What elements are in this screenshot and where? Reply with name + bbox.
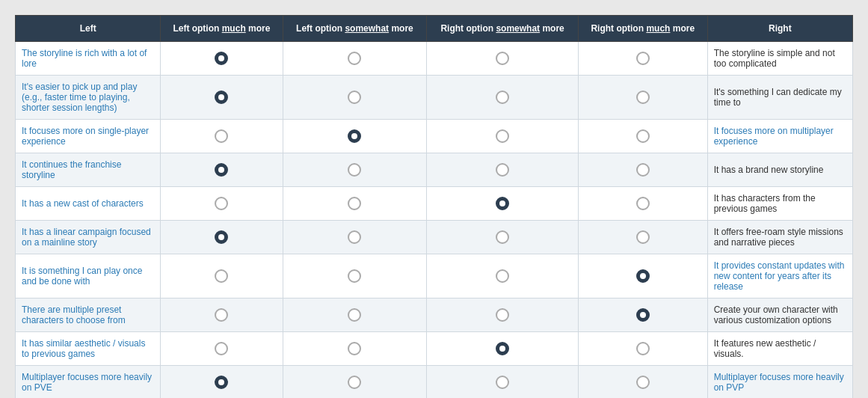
radio-cell-right-much[interactable]: [578, 153, 707, 187]
radio-left-much[interactable]: [215, 308, 228, 322]
radio-right-somewhat[interactable]: [496, 197, 509, 210]
table-row: It has a new cast of charactersIt has ch…: [16, 187, 853, 221]
radio-left-much[interactable]: [215, 376, 228, 389]
radio-cell-left-much[interactable]: [161, 221, 283, 254]
right-label: It features new aesthetic / visuals.: [707, 332, 852, 366]
radio-cell-left-much[interactable]: [161, 187, 283, 221]
radio-left-somewhat[interactable]: [348, 129, 361, 143]
radio-cell-right-somewhat[interactable]: [427, 298, 578, 332]
radio-cell-right-much[interactable]: [578, 366, 707, 399]
radio-cell-right-somewhat[interactable]: [427, 153, 578, 187]
table-row: It's easier to pick up and play (e.g., f…: [16, 76, 853, 120]
main-container: Left Left option much more Left option s…: [15, 15, 853, 398]
radio-cell-left-much[interactable]: [161, 254, 283, 298]
left-label: Multiplayer focuses more heavily on PVE: [16, 366, 161, 399]
radio-left-somewhat[interactable]: [348, 342, 361, 355]
radio-cell-left-somewhat[interactable]: [283, 187, 427, 221]
left-label: There are multiple preset characters to …: [16, 298, 161, 332]
radio-cell-left-much[interactable]: [161, 153, 283, 187]
radio-left-somewhat[interactable]: [348, 230, 361, 244]
right-label: It's something I can dedicate my time to: [707, 76, 852, 120]
radio-cell-left-somewhat[interactable]: [283, 221, 427, 254]
radio-right-somewhat[interactable]: [496, 308, 509, 322]
table-row: It has similar aesthetic / visuals to pr…: [16, 332, 853, 366]
radio-right-much[interactable]: [636, 163, 650, 177]
radio-cell-right-somewhat[interactable]: [427, 332, 578, 366]
radio-right-much[interactable]: [636, 376, 650, 389]
right-label: It offers free-roam style missions and n…: [707, 221, 852, 254]
radio-cell-right-somewhat[interactable]: [427, 254, 578, 298]
radio-right-much[interactable]: [636, 342, 650, 355]
radio-cell-right-much[interactable]: [578, 187, 707, 221]
radio-cell-left-much[interactable]: [161, 76, 283, 120]
radio-cell-right-much[interactable]: [578, 332, 707, 366]
radio-right-somewhat[interactable]: [496, 163, 509, 177]
radio-cell-left-somewhat[interactable]: [283, 254, 427, 298]
radio-right-much[interactable]: [636, 230, 650, 244]
radio-cell-left-much[interactable]: [161, 332, 283, 366]
radio-left-much[interactable]: [215, 52, 228, 65]
left-label: It continues the franchise storyline: [16, 153, 161, 187]
radio-right-somewhat[interactable]: [496, 52, 509, 65]
right-label: It has a brand new storyline: [707, 153, 852, 187]
radio-cell-left-somewhat[interactable]: [283, 42, 427, 76]
radio-cell-right-somewhat[interactable]: [427, 120, 578, 153]
header-right-much: Right option much more: [578, 16, 707, 42]
radio-cell-right-much[interactable]: [578, 254, 707, 298]
radio-cell-left-somewhat[interactable]: [283, 153, 427, 187]
radio-left-somewhat[interactable]: [348, 376, 361, 389]
table-row: It continues the franchise storylineIt h…: [16, 153, 853, 187]
radio-right-much[interactable]: [636, 91, 650, 104]
radio-cell-right-much[interactable]: [578, 42, 707, 76]
radio-left-somewhat[interactable]: [348, 197, 361, 210]
radio-right-much[interactable]: [636, 197, 650, 210]
radio-right-somewhat[interactable]: [496, 342, 509, 355]
radio-cell-right-much[interactable]: [578, 120, 707, 153]
radio-cell-right-somewhat[interactable]: [427, 366, 578, 399]
radio-cell-left-much[interactable]: [161, 120, 283, 153]
radio-cell-right-much[interactable]: [578, 221, 707, 254]
radio-right-somewhat[interactable]: [496, 376, 509, 389]
radio-left-somewhat[interactable]: [348, 52, 361, 65]
radio-right-much[interactable]: [636, 269, 650, 283]
radio-left-much[interactable]: [215, 163, 228, 177]
radio-left-somewhat[interactable]: [348, 308, 361, 322]
header-row: Left Left option much more Left option s…: [16, 16, 853, 42]
radio-right-much[interactable]: [636, 129, 650, 143]
radio-cell-left-much[interactable]: [161, 42, 283, 76]
header-left: Left: [16, 16, 161, 42]
radio-cell-right-somewhat[interactable]: [427, 187, 578, 221]
radio-cell-left-somewhat[interactable]: [283, 366, 427, 399]
radio-right-somewhat[interactable]: [496, 269, 509, 283]
radio-cell-right-much[interactable]: [578, 76, 707, 120]
radio-left-much[interactable]: [215, 269, 228, 283]
header-right: Right: [707, 16, 852, 42]
radio-cell-right-much[interactable]: [578, 298, 707, 332]
radio-left-somewhat[interactable]: [348, 163, 361, 177]
radio-cell-left-somewhat[interactable]: [283, 120, 427, 153]
radio-left-much[interactable]: [215, 197, 228, 210]
left-label: It has a new cast of characters: [16, 187, 161, 221]
radio-cell-left-somewhat[interactable]: [283, 332, 427, 366]
radio-left-much[interactable]: [215, 129, 228, 143]
radio-right-somewhat[interactable]: [496, 230, 509, 244]
radio-right-much[interactable]: [636, 52, 650, 65]
radio-right-much[interactable]: [636, 308, 650, 322]
right-label: Multiplayer focuses more heavily on PVP: [707, 366, 852, 399]
table-row: It is something I can play once and be d…: [16, 254, 853, 298]
radio-right-somewhat[interactable]: [496, 91, 509, 104]
radio-left-somewhat[interactable]: [348, 91, 361, 104]
radio-cell-right-somewhat[interactable]: [427, 221, 578, 254]
radio-cell-left-somewhat[interactable]: [283, 76, 427, 120]
radio-left-much[interactable]: [215, 230, 228, 244]
radio-left-much[interactable]: [215, 91, 228, 104]
radio-left-much[interactable]: [215, 342, 228, 355]
radio-cell-left-somewhat[interactable]: [283, 298, 427, 332]
radio-left-somewhat[interactable]: [348, 269, 361, 283]
radio-cell-left-much[interactable]: [161, 366, 283, 399]
radio-cell-right-somewhat[interactable]: [427, 42, 578, 76]
radio-right-somewhat[interactable]: [496, 129, 509, 143]
radio-cell-right-somewhat[interactable]: [427, 76, 578, 120]
radio-cell-left-much[interactable]: [161, 298, 283, 332]
table-row: There are multiple preset characters to …: [16, 298, 853, 332]
